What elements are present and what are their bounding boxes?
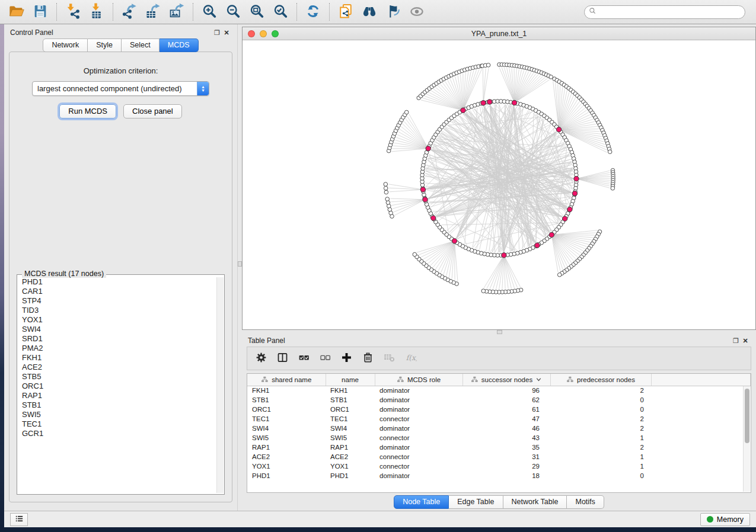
column-header-shared-name[interactable]: shared name (247, 374, 326, 386)
tab-edge-table[interactable]: Edge Table (449, 495, 503, 509)
table-scrollbar-track[interactable] (743, 386, 750, 492)
mcds-result-list: PHD1CAR1STP4TID3YOX1SWI4SRD1PMA2FKH1ACE2… (20, 277, 216, 493)
mcds-result-item[interactable]: SRD1 (20, 334, 216, 344)
tab-network-table[interactable]: Network Table (503, 495, 567, 509)
table-panel-close-icon[interactable]: ✕ (741, 336, 750, 345)
split-panel-icon (276, 351, 289, 366)
save-session-button[interactable] (30, 2, 51, 22)
tab-mcds[interactable]: MCDS (160, 39, 199, 52)
table-row[interactable]: SWI4SWI4dominator462 (247, 424, 751, 433)
clone-network-button[interactable] (335, 2, 356, 22)
mcds-result-item[interactable]: CAR1 (20, 287, 216, 296)
import-network-button[interactable] (62, 2, 84, 22)
mcds-result-item[interactable]: ORC1 (20, 382, 216, 391)
node-table: shared namenameMCDS rolesuccessor nodesp… (247, 374, 751, 480)
table-row[interactable]: RAP1RAP1dominator352 (247, 443, 751, 452)
export-image-button[interactable] (166, 2, 187, 22)
close-panel-button[interactable]: Close panel (123, 104, 182, 118)
memory-label: Memory (717, 515, 744, 524)
memory-button[interactable]: Memory (700, 513, 750, 526)
import-table-button[interactable] (86, 2, 107, 22)
mcds-result-item[interactable]: TID3 (20, 306, 216, 315)
column-header-name[interactable]: name (326, 374, 375, 386)
column-header-predecessor-nodes[interactable]: predecessor nodes (550, 374, 651, 386)
toggle-graphics-details-icon (385, 3, 401, 21)
zoom-fit-button[interactable] (246, 2, 267, 22)
mcds-result-item[interactable]: RAP1 (20, 391, 216, 400)
network-search-input[interactable] (598, 7, 741, 17)
mcds-list-scrollbar[interactable] (216, 277, 224, 493)
add-column-button[interactable] (337, 350, 355, 367)
table-scrollbar-thumb[interactable] (745, 389, 749, 443)
open-file-button[interactable] (6, 2, 27, 22)
table-row[interactable]: STB1STB1dominator620 (247, 395, 751, 405)
mcds-result-item[interactable]: ACE2 (20, 363, 216, 372)
delete-column-button[interactable] (359, 350, 377, 367)
table-row[interactable]: FKH1FKH1dominator962 (247, 386, 751, 395)
zoom-out-button[interactable] (222, 2, 244, 22)
export-table-button[interactable] (142, 2, 164, 22)
toolbar-group (199, 2, 291, 22)
control-panel-float-icon[interactable]: ❐ (212, 28, 222, 37)
mcds-result-item[interactable]: PMA2 (20, 344, 216, 353)
show-all-columns-button[interactable] (295, 350, 312, 367)
hide-all-columns-button[interactable] (316, 350, 334, 367)
network-search-box[interactable] (584, 5, 745, 19)
mcds-result-item[interactable]: SWI5 (20, 410, 216, 419)
task-history-button[interactable] (10, 513, 28, 526)
column-header-MCDS-role[interactable]: MCDS role (375, 374, 462, 386)
horizontal-splitter[interactable] (242, 330, 756, 335)
tab-style[interactable]: Style (88, 39, 122, 52)
criterion-dropdown[interactable]: largest connected component (undirected)… (32, 81, 209, 96)
vertical-splitter[interactable] (237, 24, 242, 511)
table-row[interactable]: PHD1PHD1dominator180 (247, 471, 751, 480)
tab-network[interactable]: Network (43, 39, 88, 52)
mcds-result-item[interactable]: SWI4 (20, 325, 216, 334)
list-icon (14, 514, 24, 525)
table-panel: Table Panel ❐ ✕ f(x) shared namenameMCDS… (242, 335, 756, 511)
mcds-result-item[interactable]: STB1 (20, 400, 216, 410)
mcds-result-item[interactable]: TEC1 (20, 419, 216, 429)
zoom-selected-button[interactable] (270, 2, 291, 22)
mcds-result-box: MCDS result (17 nodes) PHD1CAR1STP4TID3Y… (17, 274, 225, 495)
export-network-button[interactable] (119, 2, 140, 22)
mcds-result-item[interactable]: PHD1 (20, 277, 216, 287)
criterion-dropdown-value: largest connected component (undirected) (33, 84, 197, 93)
mcds-result-item[interactable]: STP4 (20, 296, 216, 306)
table-row[interactable]: ACE2ACE2connector311 (247, 452, 751, 462)
table-row[interactable]: ORC1ORC1dominator610 (247, 405, 751, 414)
mcds-result-item[interactable]: STB5 (20, 372, 216, 382)
tab-node-table[interactable]: Node Table (394, 495, 449, 509)
network-graph[interactable] (243, 40, 755, 328)
control-panel-close-icon[interactable]: ✕ (222, 28, 231, 37)
h-splitter-handle[interactable] (497, 330, 502, 334)
tab-motifs[interactable]: Motifs (567, 495, 604, 509)
table-row[interactable]: SWI5SWI5connector431 (247, 433, 751, 443)
toolbar-group (335, 2, 428, 22)
zoom-out-icon (225, 3, 241, 21)
import-network-icon (65, 3, 81, 21)
table-panel-float-icon[interactable]: ❐ (731, 336, 741, 345)
mcds-result-item[interactable]: FKH1 (20, 353, 216, 363)
import-table-icon (88, 3, 105, 21)
show-hide-eye-button[interactable] (406, 2, 428, 22)
column-header-successor-nodes[interactable]: successor nodes (462, 374, 550, 386)
refresh-view-button[interactable] (302, 2, 324, 22)
search-network-button[interactable] (359, 2, 380, 22)
toggle-graphics-details-button[interactable] (382, 2, 404, 22)
control-panel-title: Control Panel (10, 28, 212, 37)
desktop-wallpaper-left (0, 24, 4, 511)
splitter-handle[interactable] (238, 261, 242, 267)
run-mcds-button[interactable]: Run MCDS (59, 104, 116, 118)
network-canvas[interactable] (243, 40, 755, 329)
table-settings-button[interactable] (252, 350, 270, 367)
tab-select[interactable]: Select (122, 39, 160, 52)
split-panel-button[interactable] (273, 350, 291, 367)
mcds-result-item[interactable]: GCR1 (20, 429, 216, 438)
mcds-result-item[interactable]: YOX1 (20, 315, 216, 325)
zoom-in-button[interactable] (199, 2, 220, 22)
table-row[interactable]: YOX1YOX1connector291 (247, 462, 751, 471)
refresh-view-icon (305, 3, 321, 21)
export-network-icon (121, 3, 138, 21)
table-row[interactable]: TEC1TEC1connector472 (247, 414, 751, 424)
